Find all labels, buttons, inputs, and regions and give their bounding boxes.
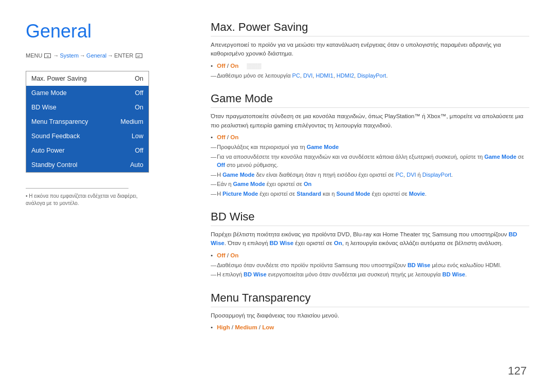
menu-item-standby-control[interactable]: Standby Control Auto (26, 158, 149, 172)
arrow3: → (107, 52, 113, 59)
section-desc-max-power-saving: Απενεργοποιεί το προϊόν για να μειώσει τ… (211, 41, 529, 59)
section-bd-wise: BD Wise Παρέχει βέλτιστη ποιότητα εικόνα… (211, 210, 529, 280)
note-picture-mode: Η Picture Mode έχει οριστεί σε Standard … (211, 190, 529, 198)
section-title-game-mode: Game Mode (211, 92, 529, 108)
menu-item-sound-feedback[interactable]: Sound Feedback Low (26, 129, 149, 143)
menu-item-menu-transparency[interactable]: Menu Transparency Medium (26, 115, 149, 129)
footnote-divider (26, 188, 128, 189)
menu-item-label: Game Mode (31, 89, 67, 97)
note-bd-wise-connect: Διαθέσιμο όταν συνδέετε στο προϊόν προϊό… (211, 261, 529, 270)
page-number: 127 (508, 364, 527, 378)
general-link: General (86, 52, 106, 59)
menu-item-label: Auto Power (31, 147, 65, 154)
menu-item-value: Medium (121, 118, 143, 125)
menu-item-label: Standby Control (31, 161, 78, 169)
system-link: System (60, 52, 79, 59)
note-game-mode-disconnect: Για να αποσυνδέσετε την κονσόλα παιχνιδι… (211, 153, 529, 170)
note-available-pc: Διαθέσιμο μόνο σε λειτουργία PC, DVI, HD… (211, 71, 529, 80)
section-desc-bd-wise: Παρέχει βέλτιστη ποιότητα εικόνας για πρ… (211, 230, 529, 248)
menu-icon: ≡ (44, 53, 51, 58)
bullet-off-on-1: Off / On ▒▒▒▒ (211, 62, 529, 70)
section-title-bd-wise: BD Wise (211, 210, 529, 226)
enter-label: ENTER (114, 52, 133, 59)
bullet-high-medium-low: High / Medium / Low (211, 323, 529, 332)
menu-item-label: Menu Transparency (31, 118, 88, 125)
note-game-mode-set-on: Εάν η Game Mode έχει οριστεί σε On (211, 180, 529, 189)
menu-label: MENU (26, 52, 42, 59)
right-panel: Max. Power Saving Απενεργοποιεί το προϊό… (211, 21, 529, 371)
section-menu-transparency: Menu Transparency Προσαρμογή της διαφάνε… (211, 291, 529, 333)
note-game-mode-unavailable: Η Game Mode δεν είναι διαθέσιμη όταν η π… (211, 171, 529, 179)
arrow2: → (80, 52, 85, 59)
menu-item-value: Low (132, 133, 143, 140)
menu-item-value: Auto (130, 161, 143, 169)
section-title-max-power-saving: Max. Power Saving (211, 21, 529, 36)
menu-item-label: Sound Feedback (31, 133, 80, 140)
menu-item-bd-wise[interactable]: BD Wise On (26, 100, 149, 115)
arrow1: → (53, 52, 59, 59)
menu-item-value: On (135, 75, 143, 82)
menu-item-max-power-saving[interactable]: Max. Power Saving On (26, 71, 149, 86)
menu-item-label: Max. Power Saving (31, 75, 87, 82)
menu-path: MENU ≡ → System → General → ENTER ↵ (26, 52, 190, 59)
menu-item-label: BD Wise (31, 104, 57, 111)
left-panel: General MENU ≡ → System → General → ENTE… (26, 21, 190, 371)
page-title: General (26, 21, 190, 42)
bullet-off-on-3: Off / On (211, 251, 529, 260)
enter-icon: ↵ (136, 53, 142, 58)
note-game-mode-caution: Προφυλάξεις και περιορισμοί για τη Game … (211, 143, 529, 152)
menu-item-value: Off (135, 147, 143, 154)
menu-list: Max. Power Saving On Game Mode Off BD Wi… (26, 71, 149, 173)
section-max-power-saving: Max. Power Saving Απενεργοποιεί το προϊό… (211, 21, 529, 81)
section-game-mode: Game Mode Όταν πραγματοποιείτε σύνδεση σ… (211, 92, 529, 199)
menu-item-value: On (135, 104, 143, 111)
section-desc-menu-transparency: Προσαρμογή της διαφάνειας του πλαισίου μ… (211, 311, 529, 320)
menu-item-value: Off (135, 89, 143, 97)
bullet-off-on-2: Off / On (211, 133, 529, 142)
footnote-text: • Η εικόνα που εμφανίζεται ενδέχεται να … (26, 193, 139, 207)
section-desc-game-mode: Όταν πραγματοποιείτε σύνδεση σε μια κονσ… (211, 112, 529, 130)
menu-item-auto-power[interactable]: Auto Power Off (26, 143, 149, 158)
note-bd-wise-activated: Η επιλογή BD Wise ενεργοποιείται μόνο ότ… (211, 270, 529, 279)
section-title-menu-transparency: Menu Transparency (211, 291, 529, 307)
menu-item-game-mode[interactable]: Game Mode Off (26, 86, 149, 100)
